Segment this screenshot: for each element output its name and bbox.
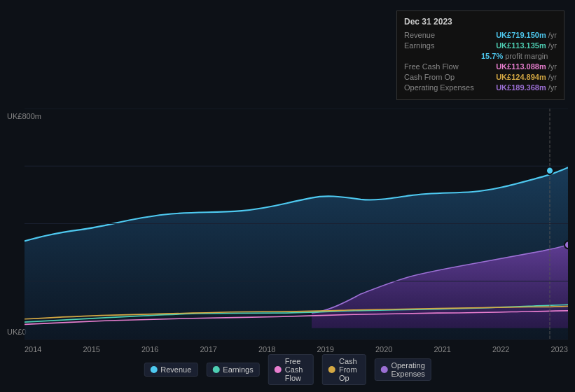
legend-revenue[interactable]: Revenue [144,363,198,377]
legend-dot-earnings [212,366,219,373]
tooltip-revenue-value: UK£719.150m /yr [496,31,557,39]
revenue-dot [546,167,553,174]
tooltip-margin-value: 15.7% profit margin [481,52,548,60]
tooltip-earnings-value: UK£113.135m /yr [496,41,557,50]
opex-dot [564,241,568,248]
x-label-2018: 2018 [258,345,275,354]
tooltip-opex-value: UK£189.368m /yr [496,83,557,92]
tooltip-fcf: Free Cash Flow UK£113.088m /yr [404,62,557,71]
x-label-2014: 2014 [25,345,41,354]
legend: Revenue Earnings Free Cash Flow Cash Fro… [144,354,431,385]
tooltip-margin: 15.7% profit margin [404,52,557,60]
tooltip-earnings: Earnings UK£113.135m /yr [404,41,557,50]
tooltip-title: Dec 31 2023 [404,17,557,27]
x-label-2022: 2022 [492,345,509,354]
x-label-2019: 2019 [317,345,334,354]
y-axis-bottom-label: UK£0 [7,328,27,336]
legend-label-cashfromop: Cash From Op [339,357,359,382]
tooltip-opex-label: Operating Expenses [404,83,481,92]
legend-dot-revenue [150,366,157,373]
tooltip-cashfromop: Cash From Op UK£124.894m /yr [404,73,557,81]
tooltip-revenue: Revenue UK£719.150m /yr [404,31,557,39]
x-axis-labels: 2014 2015 2016 2017 2018 2019 2020 2021 … [25,345,568,354]
chart-svg [25,108,568,340]
legend-dot-cashfromop [328,366,335,373]
x-label-2016: 2016 [141,345,158,354]
legend-label-fcf: Free Cash Flow [285,357,307,382]
legend-fcf[interactable]: Free Cash Flow [268,354,314,385]
x-label-2017: 2017 [200,345,217,354]
legend-opex[interactable]: Operating Expenses [374,358,431,381]
tooltip-opex: Operating Expenses UK£189.368m /yr [404,83,557,92]
tooltip-earnings-label: Earnings [404,41,481,50]
legend-label-opex: Operating Expenses [391,361,424,378]
tooltip-fcf-label: Free Cash Flow [404,62,481,71]
legend-earnings[interactable]: Earnings [206,363,259,377]
x-label-2020: 2020 [375,345,392,354]
chart-container: Dec 31 2023 Revenue UK£719.150m /yr Earn… [0,0,575,392]
tooltip-cashfromop-value: UK£124.894m /yr [496,73,557,81]
legend-cashfromop[interactable]: Cash From Op [322,354,366,385]
legend-label-revenue: Revenue [160,365,191,374]
legend-dot-fcf [275,366,282,373]
legend-label-earnings: Earnings [223,365,253,374]
tooltip-cashfromop-label: Cash From Op [404,73,481,81]
x-label-2023: 2023 [551,345,568,354]
tooltip-fcf-value: UK£113.088m /yr [496,62,557,71]
x-label-2015: 2015 [83,345,100,354]
legend-dot-opex [380,366,387,373]
x-label-2021: 2021 [434,345,451,354]
tooltip: Dec 31 2023 Revenue UK£719.150m /yr Earn… [396,10,564,100]
tooltip-revenue-label: Revenue [404,31,481,39]
